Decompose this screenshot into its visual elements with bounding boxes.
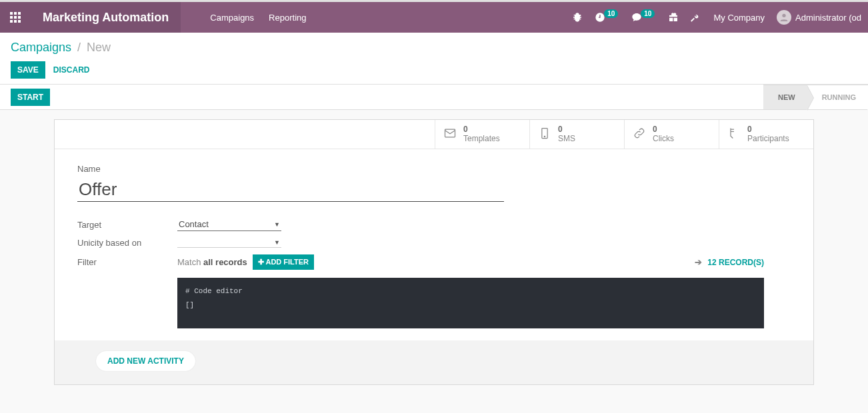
target-label: Target: [77, 220, 177, 230]
stat-participants-count: 0: [747, 125, 789, 135]
tools-icon[interactable]: [691, 12, 701, 23]
start-button[interactable]: START: [11, 89, 50, 106]
app-title: Marketing Automation: [31, 2, 181, 33]
nav-campaigns[interactable]: Campaigns: [210, 13, 254, 23]
stat-sms-label: SMS: [558, 135, 575, 144]
gift-icon[interactable]: [668, 12, 679, 23]
svg-rect-1: [445, 129, 455, 137]
stat-clicks-label: Clicks: [653, 135, 674, 144]
control-panel: Campaigns / New SAVE DISCARD: [0, 33, 868, 85]
debug-icon[interactable]: [572, 12, 583, 23]
messages-badge: 10: [641, 9, 655, 18]
unicity-select[interactable]: ▼: [177, 238, 281, 248]
mobile-icon: [538, 127, 551, 142]
records-text: 12 RECORD(S): [707, 258, 764, 267]
footer-strip: ADD NEW ACTIVITY: [55, 340, 813, 384]
code-editor[interactable]: # Code editor []: [177, 278, 764, 328]
records-link[interactable]: ➔ 12 RECORD(S): [695, 257, 791, 267]
arrow-right-icon: ➔: [695, 257, 702, 267]
breadcrumb-sep: /: [77, 41, 81, 54]
stat-templates-label: Templates: [463, 135, 500, 144]
apps-grid-icon: [10, 12, 21, 23]
avatar-icon: [777, 10, 791, 25]
stage-new[interactable]: NEW: [763, 85, 807, 110]
stat-clicks-count: 0: [653, 125, 674, 135]
match-text: Match all records: [177, 257, 247, 267]
add-activity-button[interactable]: ADD NEW ACTIVITY: [96, 351, 195, 371]
envelope-icon: [443, 127, 457, 142]
add-filter-button[interactable]: ✚ ADD FILTER: [253, 254, 314, 270]
stat-row: 0 Templates 0 SMS 0 Clicks: [55, 120, 813, 149]
activities-badge: 10: [604, 9, 618, 18]
nav-reporting[interactable]: Reporting: [269, 13, 306, 23]
messages-icon[interactable]: 10: [631, 12, 656, 23]
stage-running[interactable]: RUNNING: [807, 85, 868, 110]
caret-down-icon: ▼: [274, 221, 280, 228]
status-bar: START NEW RUNNING: [0, 85, 868, 110]
participants-icon: [727, 127, 741, 142]
navbar-right: 10 10 My Company Administrator (od: [572, 10, 868, 25]
stage-pills: NEW RUNNING: [763, 85, 868, 110]
company-name[interactable]: My Company: [713, 13, 765, 23]
user-name: Administrator (od: [795, 13, 861, 23]
target-select[interactable]: Contact ▼: [177, 218, 281, 231]
breadcrumb: Campaigns / New: [11, 41, 857, 55]
svg-point-3: [544, 136, 545, 137]
link-icon: [633, 127, 646, 142]
form-sheet: 0 Templates 0 SMS 0 Clicks: [54, 119, 814, 385]
name-label: Name: [77, 164, 791, 174]
svg-point-0: [782, 14, 785, 17]
navbar: Marketing Automation Campaigns Reporting…: [0, 2, 868, 33]
stat-clicks[interactable]: 0 Clicks: [624, 120, 719, 149]
name-input[interactable]: [77, 178, 504, 202]
stat-templates[interactable]: 0 Templates: [435, 120, 529, 149]
stat-sms[interactable]: 0 SMS: [529, 120, 624, 149]
user-menu[interactable]: Administrator (od: [777, 10, 861, 25]
apps-button[interactable]: [0, 2, 31, 33]
discard-button[interactable]: DISCARD: [53, 65, 90, 75]
unicity-label: Unicity based on: [77, 238, 177, 248]
filter-label: Filter: [77, 254, 177, 267]
breadcrumb-campaigns[interactable]: Campaigns: [11, 41, 71, 54]
plus-icon: ✚: [258, 258, 266, 266]
caret-down-icon: ▼: [274, 239, 280, 246]
stat-sms-count: 0: [558, 125, 575, 135]
nav-menu: Campaigns Reporting: [181, 13, 306, 23]
activities-icon[interactable]: 10: [595, 12, 619, 23]
save-button[interactable]: SAVE: [11, 61, 45, 79]
target-value: Contact: [179, 219, 209, 229]
stat-templates-count: 0: [463, 125, 500, 135]
stat-participants[interactable]: 0 Participants: [719, 120, 813, 149]
stat-participants-label: Participants: [747, 135, 789, 144]
breadcrumb-current: New: [87, 41, 111, 54]
